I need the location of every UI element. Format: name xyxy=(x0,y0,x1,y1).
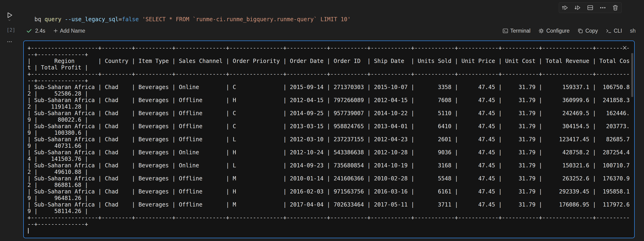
run-below-icon xyxy=(574,5,581,11)
terminal-line: --+--------------+ xyxy=(28,221,630,227)
copy-icon xyxy=(578,28,583,34)
terminal-line: +--------------------+---------+--------… xyxy=(28,71,630,77)
cli-icon xyxy=(606,28,612,34)
terminal-line: | Sub-Saharan Africa | Chad | Beverages … xyxy=(28,188,630,195)
terminal-line: --+--------------+ xyxy=(28,77,630,84)
code-token-value: false xyxy=(122,16,142,23)
trash-icon xyxy=(612,5,618,11)
code-editor[interactable]: bq query --use_legacy_sql=false 'SELECT … xyxy=(34,15,351,23)
terminal-line: +--------------------+---------+--------… xyxy=(28,214,630,221)
add-name-button[interactable]: Add Name xyxy=(53,28,85,34)
terminal-line: 2 | 49610.88 | xyxy=(28,169,630,175)
more-actions-button[interactable] xyxy=(598,3,608,12)
code-token-flag: --use_legacy_sql xyxy=(65,16,118,23)
code-token-command: bq xyxy=(34,16,44,23)
terminal-line: | Sub-Saharan Africa | Chad | Beverages … xyxy=(28,136,630,143)
run-above-button[interactable] xyxy=(560,3,570,12)
terminal-line: | Sub-Saharan Africa | Chad | Beverages … xyxy=(28,162,630,169)
more-actions-icon xyxy=(600,5,606,11)
terminal-line: 4 | 141503.76 | xyxy=(28,156,630,162)
terminal-icon xyxy=(502,28,508,34)
terminal-line: 9 | 58114.26 | xyxy=(28,208,630,214)
terminal-line: | Sub-Saharan Africa | Chad | Beverages … xyxy=(28,149,630,156)
cell-toolbar xyxy=(559,2,622,13)
output-options-button[interactable] xyxy=(6,39,13,44)
cell-status-left: 2.4s Add Name xyxy=(26,26,85,35)
terminal-line xyxy=(28,227,630,234)
configure-button[interactable]: Configure xyxy=(538,28,570,34)
terminal-line: 9 | 80022.6 | xyxy=(28,117,630,123)
terminal-line: | Sub-Saharan Africa | Chad | Beverages … xyxy=(28,84,630,90)
gear-icon xyxy=(538,28,544,34)
terminal-line: 2 | 52586.28 | xyxy=(28,90,630,97)
cell-status-bar: 2.4s Add Name Terminal Configure Copy CL… xyxy=(0,26,644,35)
run-above-icon xyxy=(562,5,568,11)
copy-button[interactable]: Copy xyxy=(578,28,598,34)
plus-icon xyxy=(53,28,58,33)
terminal-line: 9 | 100380.6 | xyxy=(28,130,630,136)
close-output-button[interactable] xyxy=(621,44,628,51)
language-selector[interactable]: sh xyxy=(630,28,636,34)
code-token-equals: = xyxy=(118,16,122,23)
terminal-line: 2 | 119141.28 | xyxy=(28,104,630,110)
terminal-cursor xyxy=(28,228,29,233)
terminal-line: 9 | 40731.66 | xyxy=(28,143,630,149)
execution-duration: 2.4s xyxy=(35,28,45,34)
terminal-line: t | Total Profit | xyxy=(28,64,630,71)
code-token-string: 'SELECT * FROM `runme-ci.runme_bigquery.… xyxy=(142,16,351,23)
delete-cell-button[interactable] xyxy=(611,3,620,12)
play-icon xyxy=(6,12,13,19)
terminal-line: | Sub-Saharan Africa | Chad | Beverages … xyxy=(28,175,630,182)
split-cell-button[interactable] xyxy=(586,3,595,12)
terminal-line: --+--------------+ xyxy=(28,51,630,58)
configure-button-label: Configure xyxy=(546,28,570,34)
terminal-scrollbar[interactable] xyxy=(631,53,633,97)
terminal-line: | Sub-Saharan Africa | Chad | Beverages … xyxy=(28,201,630,208)
terminal-line: | Sub-Saharan Africa | Chad | Beverages … xyxy=(28,97,630,104)
terminal-line: 2 | 86881.68 | xyxy=(28,182,630,188)
run-below-button[interactable] xyxy=(573,3,582,12)
cell-status-actions: Terminal Configure Copy CLI sh xyxy=(502,26,636,35)
terminal-output-panel[interactable]: +--------------------+---------+--------… xyxy=(23,41,635,238)
terminal-line: | Sub-Saharan Africa | Chad | Beverages … xyxy=(28,123,630,130)
chevron-down-icon xyxy=(8,19,11,22)
split-cell-icon xyxy=(587,5,594,11)
terminal-line: | Sub-Saharan Africa | Chad | Beverages … xyxy=(28,110,630,117)
run-cell-button[interactable] xyxy=(4,10,15,23)
copy-button-label: Copy xyxy=(585,28,598,34)
close-icon xyxy=(622,45,628,51)
success-check-icon xyxy=(26,28,32,34)
terminal-line: | Region | Country | Item Type | Sales C… xyxy=(28,58,630,64)
code-token-subcommand: query xyxy=(44,16,65,23)
cli-button[interactable]: CLI xyxy=(606,28,622,34)
terminal-button-label: Terminal xyxy=(510,28,530,34)
terminal-text: +--------------------+---------+--------… xyxy=(28,45,630,234)
ellipsis-icon xyxy=(7,39,12,45)
terminal-line: +--------------------+---------+--------… xyxy=(28,45,630,51)
terminal-line: 9 | 96481.26 | xyxy=(28,195,630,201)
cli-button-label: CLI xyxy=(614,28,622,34)
terminal-toggle-button[interactable]: Terminal xyxy=(502,28,530,34)
add-name-label: Add Name xyxy=(60,28,85,34)
